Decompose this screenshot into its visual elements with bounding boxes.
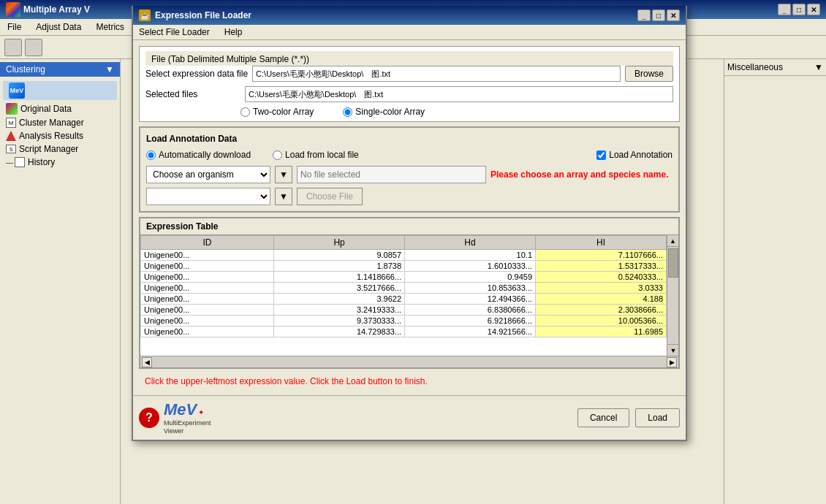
cell-hp-5: 3.2419333... [274, 305, 405, 316]
cell-hi-3[interactable]: 3.0333 [536, 283, 667, 294]
file-section: File (Tab Delimited Multiple Sample (*.*… [139, 46, 680, 122]
modal-minimize-btn[interactable]: _ [637, 9, 651, 21]
mev-subtitle-line1: MultiExperiment [164, 419, 211, 427]
mev-subtitle-line2: Viewer [164, 427, 183, 435]
cell-hp-7: 14.729833... [274, 327, 405, 337]
cluster-manager-icon: M [6, 118, 16, 128]
cell-hi-4[interactable]: 4.188 [536, 294, 667, 305]
cell-hi-5[interactable]: 2.3038666... [536, 305, 667, 316]
file-path-input[interactable] [252, 66, 621, 82]
cell-hd-0: 10.1 [405, 250, 536, 261]
sidebar-item-script-manager[interactable]: S Script Manager [0, 142, 120, 156]
mev-main-text: MeV [164, 400, 197, 419]
sidebar-item-mev[interactable]: MeV [3, 81, 117, 100]
sidebar: Clustering ▼ MeV Original Data M Cluster… [0, 59, 121, 504]
table-row: Unigene00... 3.2419333... 6.8380666... 2… [141, 305, 667, 316]
cell-id-6: Unigene00... [141, 316, 274, 327]
modal-title-controls: _ □ ✕ [637, 9, 680, 21]
load-annotation-checkbox-group: Load Annotation [596, 150, 672, 160]
cell-id-2: Unigene00... [141, 272, 274, 283]
auto-download-radio[interactable] [146, 150, 156, 160]
table-row: Unigene00... 1.1418666... 0.9459 0.52403… [141, 272, 667, 283]
sidebar-item-history[interactable]: History [15, 157, 55, 167]
sidebar-item-original-data[interactable]: Original Data [0, 102, 120, 116]
load-annotation-label: Load Annotation [609, 150, 672, 160]
table-header-row: ID Hp Hd HI [141, 236, 667, 250]
file-section-inner: Select expression data file Browse Selec… [145, 66, 673, 117]
cell-hp-1: 1.8738 [274, 261, 405, 272]
cell-hi-2[interactable]: 0.5240333... [536, 272, 667, 283]
right-panel-arrow[interactable]: ▼ [814, 62, 823, 72]
modal-close-btn[interactable]: ✕ [667, 9, 680, 21]
modal-maximize-btn[interactable]: □ [652, 9, 665, 21]
menu-metrics[interactable]: Metrics [91, 20, 129, 34]
menu-adjust-data[interactable]: Adjust Data [31, 20, 86, 34]
sidebar-item-analysis-results[interactable]: Analysis Results [0, 129, 120, 142]
scrollbar-thumb[interactable] [668, 248, 678, 278]
scroll-left-arrow[interactable]: ◀ [142, 357, 152, 367]
cell-hi-1[interactable]: 1.5317333... [536, 261, 667, 272]
cell-hd-5: 6.8380666... [405, 305, 536, 316]
load-button[interactable]: Load [635, 408, 680, 427]
organism-dropdown-arrow[interactable]: ▼ [275, 166, 292, 183]
cell-hd-3: 10.853633... [405, 283, 536, 294]
auto-download-radio-group: Automatically download [146, 150, 251, 160]
single-color-radio-group: Single-color Array [343, 107, 425, 117]
help-icon[interactable]: ? [139, 408, 159, 428]
secondary-dropdown[interactable] [146, 188, 270, 205]
original-data-icon [6, 103, 18, 115]
cell-hd-4: 12.494366... [405, 294, 536, 305]
cell-id-4: Unigene00... [141, 294, 274, 305]
load-local-radio[interactable] [273, 150, 282, 160]
cell-hp-0: 9.0857 [274, 250, 405, 261]
array-type-radio-row: Two-color Array Single-color Array [145, 107, 673, 117]
modal-body: File (Tab Delimited Multiple Sample (*.*… [133, 40, 686, 395]
expression-file-loader-dialog: ☕ Expression File Loader _ □ ✕ Select Fi… [132, 6, 687, 441]
menu-select-file-loader[interactable]: Select File Loader [136, 26, 213, 38]
load-annotation-checkbox[interactable] [596, 150, 606, 160]
mev-star: ✦ [198, 408, 204, 416]
scroll-right-arrow[interactable]: ▶ [667, 357, 677, 367]
sidebar-dropdown-arrow[interactable]: ▼ [105, 64, 114, 75]
modal-overlay: ☕ Expression File Loader _ □ ✕ Select Fi… [132, 0, 694, 504]
cell-hi-0[interactable]: 7.1107666... [536, 250, 667, 261]
horizontal-scrollbar[interactable]: ◀ ▶ [140, 356, 678, 367]
mev-subtitle: MultiExperiment Viewer [164, 419, 211, 435]
cell-hp-4: 3.9622 [274, 294, 405, 305]
maximize-btn-app[interactable]: □ [792, 4, 806, 15]
app-icon [6, 2, 20, 17]
selected-files-input[interactable] [245, 86, 673, 102]
app-title: Multiple Array V [23, 4, 90, 15]
cancel-button[interactable]: Cancel [577, 408, 629, 427]
modal-menubar: Select File Loader Help [133, 25, 686, 40]
close-btn-app[interactable]: ✕ [807, 4, 820, 15]
secondary-dropdown-arrow[interactable]: ▼ [275, 188, 292, 205]
annotation-controls-row1: Choose an organism ▼ Please choose an ar… [146, 166, 672, 183]
menu-help[interactable]: Help [221, 26, 246, 38]
status-text: Click the upper-leftmost expression valu… [139, 373, 680, 389]
organism-dropdown[interactable]: Choose an organism [146, 166, 270, 183]
col-hp: Hp [274, 236, 405, 250]
no-file-input [297, 166, 486, 183]
cell-hi-6[interactable]: 10.005366... [536, 316, 667, 327]
expression-table-body: Unigene00... 9.0857 10.1 7.1107666... Un… [141, 250, 667, 337]
mev-branding: MeV ✦ MultiExperiment Viewer [164, 400, 211, 435]
load-local-radio-group: Load from local file [273, 150, 359, 160]
minimize-btn-app[interactable]: _ [778, 4, 791, 15]
expression-table-wrapper[interactable]: ID Hp Hd HI Unigene00... 9.0857 10.1 [140, 235, 678, 356]
modal-footer: ? MeV ✦ MultiExperiment Viewer Cancel Lo… [133, 395, 686, 440]
browse-button[interactable]: Browse [625, 66, 673, 82]
annotation-section: Load Annotation Data Automatically downl… [139, 126, 680, 213]
sidebar-item-cluster-manager[interactable]: M Cluster Manager [0, 116, 120, 129]
cell-hp-6: 9.3730333... [274, 316, 405, 327]
vertical-scrollbar[interactable]: ▲ ▼ [667, 235, 678, 356]
menu-file[interactable]: File [3, 20, 26, 34]
choose-file-button[interactable]: Choose File [297, 188, 363, 205]
two-color-radio[interactable] [240, 107, 250, 117]
cell-id-5: Unigene00... [141, 305, 274, 316]
selected-files-row: Selected files [145, 86, 673, 102]
sidebar-dropdown[interactable]: Clustering ▼ [0, 62, 120, 77]
tree-expander[interactable]: — [6, 159, 13, 167]
cell-hi-7[interactable]: 11.6985 [536, 327, 667, 337]
single-color-radio[interactable] [343, 107, 352, 117]
